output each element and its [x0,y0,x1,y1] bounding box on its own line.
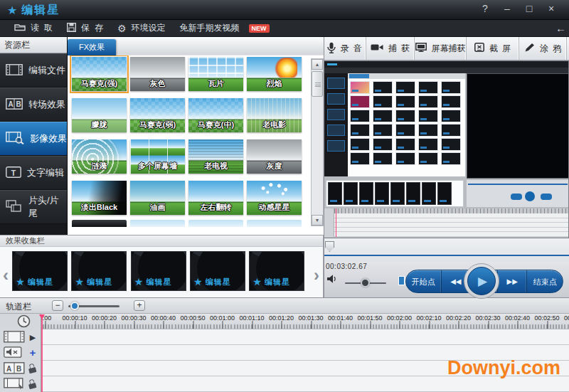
sidebar-item-transitions[interactable]: AB 转场效果 [0,88,67,122]
back-arrow-icon[interactable]: ← [555,22,566,34]
video-track-lane[interactable] [41,329,569,344]
mini-track-row [334,218,569,223]
sidebar-item-intro-outro[interactable]: 片头/片尾 [0,190,67,224]
open-label: 读取 [31,22,58,34]
effect-thumb[interactable]: 老电视 [188,139,243,174]
play-button[interactable]: ▶ [464,263,499,299]
open-button[interactable]: 读取 [14,22,53,34]
speaker-icon[interactable] [326,274,339,287]
mini-thumb [373,95,393,108]
track-play-button[interactable]: ▶ [27,332,38,343]
collected-effect-thumb[interactable]: ★ 编辑星 [131,251,186,291]
effect-thumb[interactable]: 多个屏幕墙 [130,139,185,174]
mini-thumb [441,138,461,151]
scroll-up-button[interactable]: ▲ [312,59,323,70]
seek-handle[interactable] [325,241,334,252]
sidebar-item-text-edit[interactable]: T 文字编辑 [0,156,67,190]
doodle-label: 涂鸦 [540,43,565,55]
ruler-label: 00:02:50 [534,314,559,322]
effect-thumb[interactable]: 烈焰 [247,57,302,91]
snapshot-button[interactable]: 截屏 [467,37,519,60]
effect-thumb[interactable]: 油画 [130,181,185,215]
sidebar-item-label: 转场效果 [28,98,65,111]
settings-label: 环境设定 [132,22,166,34]
seek-progress-line[interactable] [324,255,569,256]
screen-capture-button[interactable]: 屏幕捕获 [415,37,467,60]
collection-prev-arrow[interactable]: ‹ [1,267,11,284]
effect-thumb-partial[interactable] [188,220,243,227]
maximize-button[interactable]: □ [524,3,534,14]
sidebar-item-label: 影像效果 [30,132,67,145]
play-icon: ▶ [467,267,496,295]
effect-thumb[interactable]: 涟漪 [72,139,127,174]
close-button[interactable]: × [546,3,556,14]
effect-thumb[interactable]: 老电影 [247,98,302,132]
timeline-ruler[interactable]: 0:0000:00:1000:00:2000:00:3000:00:4000:0… [0,314,569,329]
tab-fx-effects[interactable]: FX效果 [68,39,116,55]
sidebar-item-edit-files[interactable]: 编辑文件 [0,53,67,88]
next-button[interactable]: ▶▶ [498,270,528,292]
ruler-label: 00:02:40 [505,314,530,322]
collected-effect-thumb[interactable]: ★ 编辑星 [190,251,245,291]
mini-thumb [441,152,461,165]
ruler-label: 00:02:10 [416,314,441,322]
effect-thumb[interactable]: 瓦片 [188,57,243,91]
fx-scrollbar[interactable]: ▲ ▼ [311,58,324,226]
playhead-line[interactable] [41,314,43,392]
mini-collect-thumb [359,182,373,205]
promo-link[interactable]: 免新手期发视频 NEW [180,22,270,34]
mini-collect-thumb [344,182,358,205]
effect-thumb[interactable]: 左右翻转 [188,181,243,215]
effect-thumb[interactable]: 朦胧 [72,98,127,132]
end-point-button[interactable]: 结束点 [527,270,563,292]
timeline-zoom-thumb[interactable] [70,302,79,310]
collected-effect-thumb[interactable]: ★ 编辑星 [12,251,68,291]
snapshot-label: 截屏 [489,43,515,55]
effect-label: 老电影 [247,120,302,130]
ruler-icon-cell [0,314,41,329]
collected-effect-thumb[interactable]: ★ 编辑星 [249,251,304,291]
effect-thumb[interactable]: 动感星星 [247,181,302,215]
effect-thumb[interactable]: 马赛克(弱) [130,98,185,132]
effect-thumb[interactable]: 灰色 [130,57,185,91]
mini-thumb [373,138,393,151]
floppy-icon [67,23,76,34]
save-label: 保存 [81,22,108,34]
star-icon: ★ [7,4,17,18]
mini-thumb [441,124,461,137]
collection-next-arrow[interactable]: › [312,267,321,284]
record-audio-button[interactable]: 录音 [324,37,366,60]
collected-effect-label: ★ 编辑星 [253,277,290,287]
effect-thumb-partial[interactable] [130,220,185,227]
scroll-down-button[interactable]: ▼ [312,215,323,226]
resource-sidebar: 资源栏 编辑文件 AB 转场效果 影像效果 T 文字编辑 片头/片尾 [0,37,68,235]
save-button[interactable]: 保存 [67,22,103,34]
lock-icon[interactable] [26,378,38,391]
help-button[interactable]: ? [480,3,490,14]
track-row-video: ▶ [0,329,569,345]
volume-slider-thumb[interactable] [361,278,370,287]
zoom-in-button[interactable]: + [134,300,145,311]
effect-thumb[interactable]: 马赛克(强) [72,57,127,91]
effect-thumb[interactable]: 灰度 [247,139,302,174]
lock-icon[interactable] [26,362,38,375]
video-effect-icon [6,132,24,147]
effect-label: 涟漪 [72,161,127,171]
track-add-button[interactable]: + [27,347,38,359]
effect-thumb[interactable]: 淡出Black [72,181,127,215]
start-point-button[interactable]: 开始点 [406,270,442,292]
effect-label: 动感星星 [247,202,302,213]
scrollbar-thumb[interactable] [312,71,323,97]
effect-thumb[interactable]: 马赛克(中) [188,98,243,132]
mini-sidebar-item [327,78,345,89]
capture-button[interactable]: 捕获 [366,37,415,60]
collected-effect-thumb[interactable]: ★ 编辑星 [71,251,127,291]
settings-button[interactable]: ⚙ 环境设定 [117,22,166,34]
zoom-out-button[interactable]: − [52,300,63,311]
mini-thumb [395,81,415,94]
doodle-button[interactable]: 涂鸦 [519,37,567,60]
effect-thumb-partial[interactable] [247,220,302,227]
minimize-button[interactable]: – [502,3,512,14]
effect-thumb-partial[interactable] [72,220,127,227]
sidebar-item-video-effects[interactable]: 影像效果 [0,122,67,156]
